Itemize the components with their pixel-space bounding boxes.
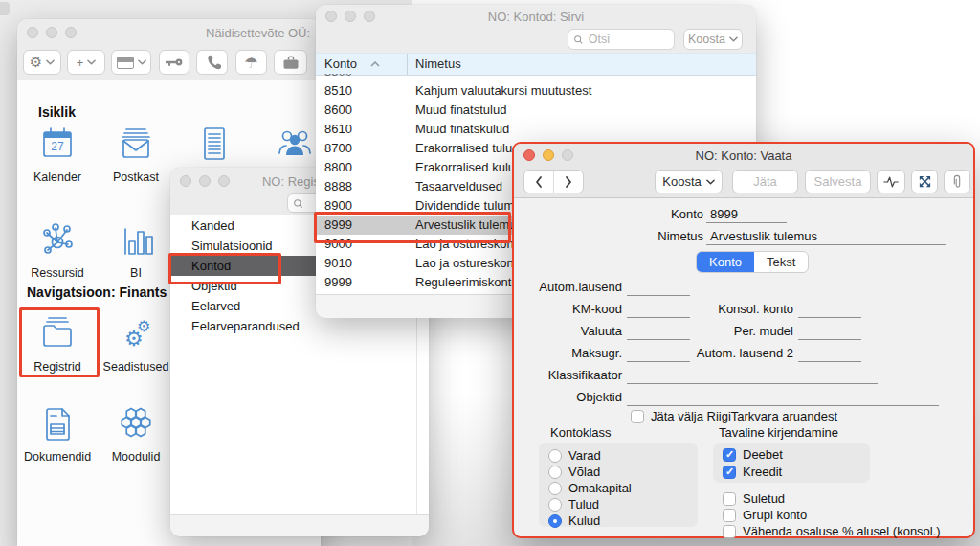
umbrella-button[interactable]: ☂ (235, 50, 267, 75)
tab-tekst[interactable]: Tekst (754, 252, 808, 272)
table-row[interactable]: 8510Kahjum valuutakursi muutustest (316, 81, 756, 101)
jata-button[interactable]: Jäta (732, 170, 798, 193)
riigitarkvara-option[interactable]: Jäta välja RiigiTarkvara aruandest (631, 409, 837, 423)
expand-button[interactable] (911, 170, 938, 193)
check-option-deebet[interactable]: Deebet (723, 447, 783, 462)
table-header[interactable]: Konto Nimetus (316, 53, 756, 76)
attachment-button[interactable] (944, 170, 970, 193)
column-header-nimetus[interactable]: Nimetus (407, 54, 756, 75)
main-window-titlebar: Näidisettevõte OÜ: (17, 19, 321, 47)
kreedit-checkbox[interactable] (723, 466, 736, 479)
app-postkast[interactable]: Postkast (100, 124, 172, 184)
record-navigation (523, 170, 584, 193)
vahenda-osaluse-checkbox[interactable] (723, 525, 736, 538)
kulud-radio[interactable] (548, 514, 562, 528)
pulse-icon (882, 175, 900, 189)
annotation-box-registrid (19, 307, 100, 377)
valuuta-field[interactable] (627, 339, 690, 340)
check-option-grupi-konto[interactable]: Grupi konto (723, 508, 807, 522)
chevron-down-icon (87, 59, 96, 65)
koosta-dropdown-button[interactable]: Koosta (683, 29, 743, 50)
konsol-konto-field[interactable] (798, 317, 861, 318)
table-row[interactable]: 8500Kasum valuutakursi muutustest (316, 74, 756, 81)
km-kood-field[interactable] (627, 317, 690, 318)
konto-field[interactable] (706, 222, 787, 223)
tulud-radio[interactable] (548, 498, 562, 512)
next-record-button[interactable] (553, 171, 583, 193)
app-kalender[interactable]: 27 Kalender (21, 124, 94, 184)
table-row[interactable]: 8610Muud finatskulud (316, 120, 756, 139)
check-option-suletud[interactable]: Suletud (723, 491, 785, 506)
konsol-konto-label: Konsol. konto (684, 302, 793, 316)
check-option-vahenda-osaluse[interactable]: Vähenda osaluse % alusel (konsol.) (723, 524, 941, 538)
klassifikaator-label: Klassifikaator (514, 368, 622, 382)
kirjendamine-panel: Deebet Kreedit (713, 443, 870, 483)
zoom-button[interactable] (65, 27, 77, 38)
suletud-checkbox[interactable] (723, 492, 736, 506)
radio-option-varad[interactable]: Varad (548, 448, 601, 463)
grupi-konto-checkbox[interactable] (723, 509, 736, 522)
expand-arrows-icon (918, 174, 932, 189)
nimetus-field[interactable] (706, 244, 946, 245)
list-item-eelarveparandused[interactable]: Eelarveparandused (170, 316, 429, 336)
registers-window-footer (170, 514, 429, 536)
volad-radio[interactable] (548, 466, 562, 479)
koosta-dropdown-button[interactable]: Koosta (655, 170, 723, 193)
chevron-down-icon (729, 36, 738, 42)
maksugr-field[interactable] (627, 361, 690, 362)
tab-konto[interactable]: Konto (697, 252, 754, 272)
activity-button[interactable] (877, 170, 905, 193)
autom-lausend-field[interactable] (627, 295, 690, 296)
phone-button[interactable] (196, 50, 228, 75)
window-title: NO: Kontod: Sirvi (316, 10, 756, 24)
app-dokumendid[interactable]: Dokumendid (21, 403, 94, 464)
objektid-field[interactable] (627, 405, 939, 406)
close-button[interactable] (27, 27, 38, 38)
key-button[interactable] (159, 50, 189, 75)
svg-text:27: 27 (51, 140, 64, 153)
chevron-down-icon (706, 179, 715, 185)
accounts-search-input[interactable] (587, 32, 669, 47)
briefcase-button[interactable] (274, 50, 307, 75)
nimetus-value: Arvestuslik tulemus (710, 229, 817, 243)
deebet-checkbox[interactable] (723, 448, 736, 462)
mailbox-icon (114, 124, 158, 166)
traffic-lights (27, 27, 77, 38)
kontoklass-heading: Kontoklass (550, 425, 612, 440)
autom-lausend2-field[interactable] (798, 361, 861, 362)
bar-chart-icon (114, 219, 158, 262)
per-mudel-field[interactable] (798, 339, 861, 340)
add-dropdown-button[interactable]: + (67, 50, 105, 75)
radio-option-volad[interactable]: Võlad (548, 465, 600, 479)
section-heading-navigation: Navigatsioon: Finants (27, 284, 167, 300)
table-row[interactable]: 8600Muud finatstulud (316, 101, 756, 120)
account-detail-window: NO: Konto: Vaata Koosta Jäta Salvesta (512, 142, 975, 538)
briefcase-icon (281, 53, 301, 72)
varad-radio[interactable] (548, 449, 562, 463)
app-bi[interactable]: BI (100, 219, 172, 280)
people-group-icon (273, 124, 317, 166)
salvesta-button[interactable]: Salvesta (805, 170, 871, 193)
column-header-konto[interactable]: Konto (316, 54, 407, 75)
app-document-list[interactable] (178, 124, 251, 170)
accounts-window-chrome: NO: Kontod: Sirvi Koosta (316, 5, 756, 53)
check-option-kreedit[interactable]: Kreedit (723, 465, 782, 479)
app-seadistused[interactable]: ⚙ ⚙ Seadistused (100, 313, 172, 374)
accounts-search-field[interactable] (568, 29, 675, 50)
chevron-down-icon (46, 59, 55, 65)
sort-ascending-icon (370, 61, 380, 67)
omakapital-radio[interactable] (548, 482, 562, 495)
radio-option-kulud[interactable]: Kulud (548, 513, 600, 528)
window-dropdown-button[interactable] (111, 50, 151, 75)
radio-option-omakapital[interactable]: Omakapital (548, 481, 632, 495)
radio-option-tulud[interactable]: Tulud (548, 497, 599, 512)
riigitarkvara-checkbox[interactable] (631, 410, 644, 423)
klassifikaator-field[interactable] (627, 383, 878, 384)
app-ressursid[interactable]: Ressursid (21, 219, 94, 280)
background-window-fragment (0, 2, 10, 15)
minimize-button[interactable] (46, 27, 57, 38)
search-icon (293, 197, 303, 210)
app-moodulid[interactable]: Moodulid (100, 403, 172, 464)
previous-record-button[interactable] (524, 171, 553, 193)
settings-dropdown-button[interactable]: ⚙ (23, 50, 61, 75)
